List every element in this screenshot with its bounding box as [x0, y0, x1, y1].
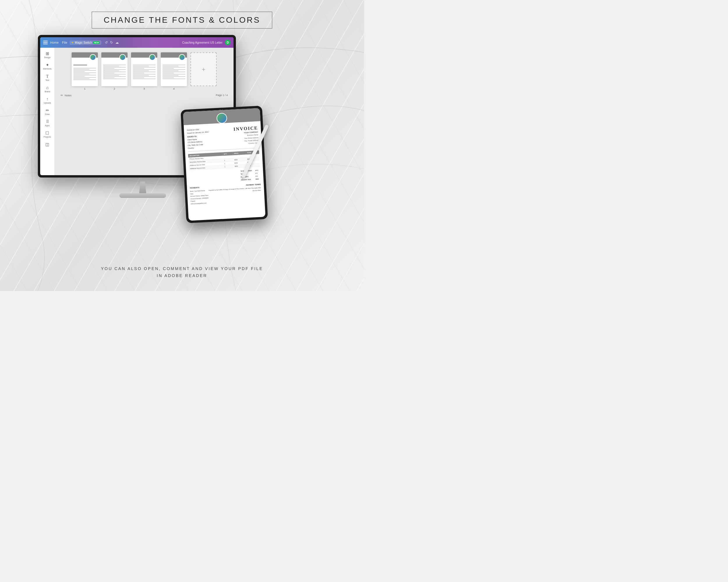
payment-paypal: Paypal: www.yourpaypallink.com [190, 199, 209, 205]
stand-neck [137, 182, 149, 193]
bottom-text: YOU CAN ALSO OPEN, COMMENT AND VIEW YOUR… [101, 266, 263, 279]
sidebar-item-draw[interactable]: ✏ Draw [40, 107, 54, 117]
draw-icon: ✏ [46, 109, 49, 113]
home-nav[interactable]: Home [50, 41, 58, 44]
company-info: YOUR COMPANY Business Name Your Street A… [234, 131, 259, 146]
sidebar-item-elements[interactable]: ✦ Elements [40, 61, 54, 72]
doc-title: Coaching Agreement US Letter [182, 41, 223, 44]
main-heading: CHANGE THE FONTS & COLORS [104, 16, 260, 25]
page1-line6 [73, 74, 89, 74]
notes-label[interactable]: Notes [64, 94, 72, 97]
page4-header [161, 52, 187, 58]
canva-sidebar: ⊞ Design ✦ Elements T Text ⌂ Brand [40, 48, 55, 175]
page1-line11 [73, 79, 96, 80]
sidebar-item-misc[interactable]: ◫ [40, 141, 54, 148]
payments-title: PAYMENTS [190, 186, 208, 189]
tax-value: $75 [254, 172, 260, 175]
page3-header [131, 52, 157, 58]
page4-content [161, 58, 187, 81]
tablet-body: INVOICE # 056 Issued on January 14, 2022… [181, 106, 268, 223]
uploads-label: Uploads [44, 102, 51, 104]
page4-logo [179, 54, 185, 60]
page1-line8 [73, 76, 85, 77]
toolbar-right: Coaching Agreement US Letter D [182, 39, 231, 46]
redo-icon[interactable]: ↻ [110, 40, 113, 45]
cloud-icon[interactable]: ☁ [115, 40, 119, 45]
page1-line3 [73, 70, 96, 71]
invoice-title-block: INVOICE YOUR COMPANY Business Name Your … [233, 126, 259, 146]
payments-left: PAYMENTS Bank: Your Bank Name Here Accou… [190, 186, 209, 205]
page-preview-1[interactable] [72, 52, 98, 86]
bottom-line-2: IN ADOBE READER [101, 272, 263, 279]
page1-line2 [73, 69, 89, 70]
toolbar-nav: Home File [50, 41, 67, 44]
page-number-3: 3 [143, 87, 145, 90]
elements-icon: ✦ [46, 63, 49, 67]
page1-content [72, 58, 98, 82]
row4-qty: 1 [223, 165, 234, 168]
brand-label: Brand [45, 90, 50, 92]
elements-label: Elements [43, 68, 52, 70]
notes-section: ✏ Notes [60, 94, 72, 97]
page2-header [101, 52, 128, 58]
page1-line9 [73, 77, 96, 78]
text-label: Text [46, 79, 49, 81]
uploads-icon: ↑ [46, 97, 48, 101]
page-preview-4[interactable] [161, 52, 187, 86]
invoice-payments: PAYMENTS Bank: Your Bank Name Here Accou… [190, 183, 262, 205]
page1-line10 [73, 78, 89, 79]
invoice-totals: TOTAL AMOUNT: $800 TAX: $75 DISCOUNT: $3… [189, 168, 261, 185]
row4-price: $200 [234, 164, 246, 168]
tablet-wrapper: INVOICE # 056 Issued on January 14, 2022… [181, 106, 268, 223]
discount-value: $30 [254, 175, 260, 177]
payment-terms: PAYMENT TERMS Payment is due within 30 d… [208, 183, 261, 204]
sidebar-item-brand[interactable]: ⌂ Brand [40, 84, 54, 94]
sidebar-item-projects[interactable]: ☐ Projects [40, 130, 54, 140]
heading-box: CHANGE THE FONTS & COLORS [92, 11, 272, 29]
page-preview-2[interactable] [101, 52, 128, 86]
text-icon: T [46, 75, 49, 79]
page3-logo [149, 54, 156, 60]
amount-due-value: $850 [254, 178, 260, 181]
page3-content [131, 58, 157, 81]
file-nav[interactable]: File [62, 41, 67, 44]
page1-line5 [73, 73, 96, 73]
page2-content [101, 58, 128, 81]
add-page-button[interactable]: + [190, 52, 217, 86]
page1-line4 [73, 71, 85, 72]
canva-toolbar: Home File ✦ Magic Switch NEW ↺ ↻ ☁ Coach… [40, 37, 234, 48]
total-amount-value: $800 [254, 169, 260, 172]
page-thumb-3: 3 [131, 52, 157, 90]
invoice-left-info: INVOICE # 056 Issued on January 14, 2022… [187, 128, 209, 150]
page-number-2: 2 [113, 87, 115, 90]
apps-icon: ⠿ [46, 120, 49, 124]
page-thumb-2: 2 [101, 52, 128, 90]
toolbar-actions: ↺ ↻ ☁ [105, 40, 119, 45]
undo-icon[interactable]: ↺ [105, 40, 108, 45]
magic-star-icon: ✦ [71, 41, 74, 44]
sidebar-item-uploads[interactable]: ↑ Uploads [40, 95, 54, 106]
draw-label: Draw [45, 113, 50, 115]
menu-icon[interactable] [43, 41, 48, 44]
notes-pencil-icon: ✏ [60, 94, 63, 97]
magic-switch-label: Magic Switch [75, 41, 92, 44]
page-number-1: 1 [84, 87, 85, 90]
page-thumb-1: 1 [72, 52, 98, 90]
design-label: Design [44, 56, 51, 58]
projects-icon: ☐ [46, 131, 49, 135]
sidebar-item-apps[interactable]: ⠿ Apps [40, 118, 54, 128]
design-icon: ⊞ [46, 52, 49, 56]
invoice-body: INVOICE # 056 Issued on January 14, 2022… [184, 121, 265, 207]
sidebar-item-design[interactable]: ⊞ Design [40, 50, 54, 60]
bottom-line-1: YOU CAN ALSO OPEN, COMMENT AND VIEW YOUR… [101, 266, 263, 272]
projects-label: Projects [44, 136, 51, 138]
magic-switch-btn[interactable]: ✦ Magic Switch NEW [70, 40, 101, 45]
page-indicator: Page 1 / 4 [216, 94, 228, 97]
sidebar-item-text[interactable]: T Text [40, 73, 54, 83]
page2-logo [120, 54, 126, 60]
page-preview-3[interactable] [131, 52, 157, 86]
invoice-title-row: INVOICE # 056 Issued on January 14, 2022… [187, 126, 259, 150]
pages-row: 1 [72, 52, 217, 90]
brand-icon: ⌂ [46, 86, 48, 90]
user-avatar[interactable]: D [225, 39, 231, 46]
